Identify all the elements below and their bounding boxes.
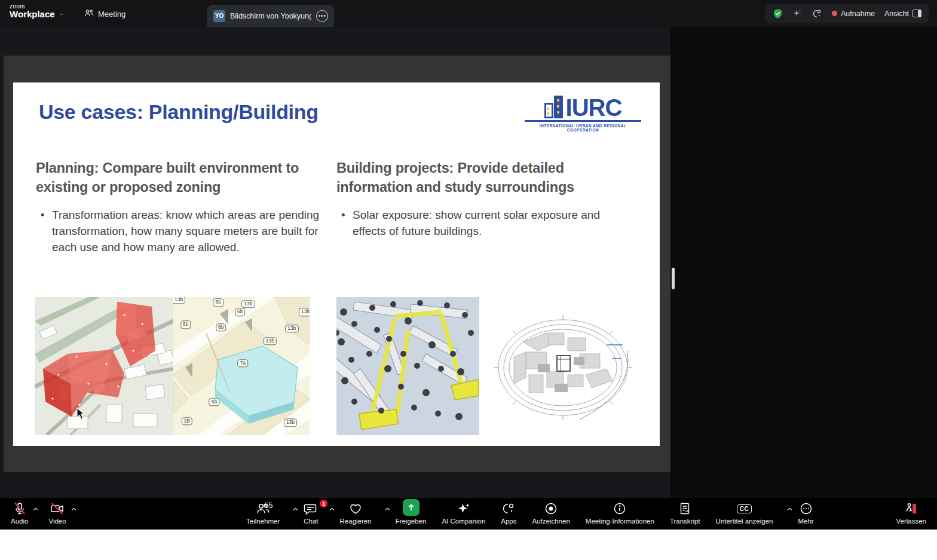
apps-label: Apps: [501, 518, 516, 525]
security-shield-icon[interactable]: [773, 8, 783, 19]
zoning-labels-layer: 13b6b13b6b13b6b6b13b13b7a6b1B13b: [173, 297, 310, 435]
iurc-logo: IURC INTERNATIONAL URBAN AND REGIONAL CO…: [525, 96, 641, 132]
recording-label: Aufnahme: [841, 10, 875, 18]
apps-button[interactable]: Apps: [501, 498, 516, 525]
zoning-label: 6b: [209, 398, 219, 406]
record-icon: [544, 502, 558, 515]
zoom-workplace-logo: zoom Workplace: [10, 3, 55, 19]
chat-label: Chat: [304, 518, 318, 525]
share-screen-button[interactable]: Freigeben: [396, 498, 427, 525]
transcript-icon: [678, 502, 691, 515]
share-screen-label: Freigeben: [396, 518, 427, 525]
zoning-label: 13b: [241, 300, 255, 308]
video-label: Video: [48, 518, 66, 525]
leave-button[interactable]: Verlassen: [896, 498, 926, 525]
participants-button[interactable]: Teilnehmer 55: [246, 498, 288, 525]
ai-sparkle-icon[interactable]: [792, 9, 802, 19]
planning-heading: Planning: Compare built environment to e…: [36, 159, 326, 197]
tab-shared-screen-label: Bildschirm von Yookyung Oh: [230, 12, 311, 20]
video-panel: Mikel Berra Sandin · AMB: [670, 27, 937, 530]
iurc-logo-caption: INTERNATIONAL URBAN AND REGIONAL COOPERA…: [525, 124, 641, 132]
tab-meeting-label: Meeting: [98, 10, 125, 19]
reactions-chevron-icon[interactable]: [385, 505, 390, 512]
transcript-label: Transkript: [670, 518, 700, 525]
page-background-strip: [0, 530, 937, 560]
leave-meeting-icon: [904, 502, 919, 515]
column-building: Building projects: Provide detailed info…: [336, 159, 627, 240]
more-icon: [799, 502, 813, 515]
view-switcher-icon[interactable]: [812, 9, 822, 19]
zoning-label: 13b: [299, 308, 310, 316]
cc-icon: CC: [737, 502, 752, 515]
zoning-label: 13b: [173, 297, 185, 304]
building-heading: Building projects: Provide detailed info…: [336, 159, 627, 197]
more-label: Mehr: [798, 518, 813, 525]
meeting-info-button[interactable]: Meeting-Informationen: [586, 498, 654, 525]
audio-label: Audio: [11, 518, 28, 525]
participants-group-icon: [84, 9, 94, 19]
view-layout-icon: [912, 10, 921, 17]
zoning-label: 13b: [285, 325, 298, 332]
more-button[interactable]: Mehr: [798, 498, 813, 525]
iurc-logo-buildings: [544, 96, 565, 118]
recording-indicator[interactable]: Aufnahme: [832, 10, 875, 18]
info-icon: [613, 502, 627, 515]
captions-button[interactable]: CC Untertitel anzeigen: [716, 498, 783, 525]
tab-meeting[interactable]: Meeting: [79, 6, 130, 22]
leave-label: Verlassen: [896, 518, 926, 525]
ai-companion-button[interactable]: AI Companion: [442, 498, 485, 525]
slide-title: Use cases: Planning/Building: [39, 100, 319, 124]
ai-companion-icon: [457, 502, 471, 515]
zoning-label: 6b: [235, 308, 245, 316]
iurc-logo-text: IURC: [566, 97, 622, 118]
tab-shared-screen[interactable]: YO Bildschirm von Yookyung Oh •••: [207, 5, 334, 27]
column-planning: Planning: Compare built environment to e…: [36, 159, 326, 256]
record-button[interactable]: Aufzeichnen: [532, 498, 570, 525]
zoning-label: 13b: [284, 419, 297, 427]
image-sunpath-diagram: [490, 297, 638, 435]
audio-button[interactable]: Audio: [11, 498, 28, 525]
meeting-toolbar: Audio Video: [0, 498, 937, 530]
zoom-title-bar: zoom Workplace ⌄ Meeting YO Bildschirm v…: [0, 0, 937, 27]
shared-screen-area: Use cases: Planning/Building IURC INTERN…: [4, 56, 670, 472]
image-solar-streets: [336, 297, 479, 435]
topbar-controls: Aufnahme Ansicht: [765, 4, 929, 23]
zoning-label: 7a: [238, 359, 248, 367]
planning-bullet: Transformation areas: know which areas a…: [36, 207, 326, 256]
video-button[interactable]: Video: [48, 498, 66, 525]
heart-icon: [348, 502, 363, 515]
view-menu[interactable]: Ansicht: [884, 10, 921, 18]
chat-button[interactable]: Chat 1: [304, 498, 324, 525]
meeting-stage: Use cases: Planning/Building IURC INTERN…: [0, 27, 937, 530]
record-label: Aufzeichnen: [532, 518, 570, 525]
share-screen-icon: [403, 499, 419, 516]
chat-chevron-icon[interactable]: [329, 505, 335, 512]
tab-options-icon[interactable]: •••: [316, 10, 328, 22]
presentation-slide: Use cases: Planning/Building IURC INTERN…: [13, 82, 660, 446]
zoning-label: 6b: [216, 323, 226, 331]
ai-companion-label: AI Companion: [442, 518, 485, 525]
logo-workplace-text: Workplace: [10, 10, 55, 19]
zoning-map: 13b6b13b6b13b6b6b13b13b7a6b1B13b: [173, 297, 310, 435]
building-bullet: Solar exposure: show current solar expos…: [336, 207, 627, 240]
mic-muted-icon: [13, 502, 27, 515]
captions-label: Untertitel anzeigen: [716, 518, 773, 525]
reactions-button[interactable]: Reagieren: [340, 498, 380, 525]
panel-scroll-handle[interactable]: [672, 268, 675, 289]
apps-icon: [501, 502, 516, 515]
zoning-label: 13b: [264, 337, 277, 345]
chat-icon: [304, 502, 318, 515]
captions-chevron-icon[interactable]: [787, 505, 792, 512]
meeting-info-label: Meeting-Informationen: [586, 518, 654, 525]
audio-chevron-icon[interactable]: [33, 505, 38, 512]
mouse-cursor: [76, 408, 85, 420]
participants-chevron-icon[interactable]: [293, 505, 298, 512]
video-chevron-icon[interactable]: [71, 505, 76, 512]
avatar: YO: [213, 10, 225, 22]
zoning-label: 6b: [180, 321, 191, 329]
chevron-down-icon[interactable]: ⌄: [59, 10, 64, 16]
participants-label: Teilnehmer: [246, 518, 280, 525]
view-label: Ansicht: [884, 10, 909, 18]
chat-badge: 1: [319, 499, 328, 508]
transcript-button[interactable]: Transkript: [670, 498, 700, 525]
